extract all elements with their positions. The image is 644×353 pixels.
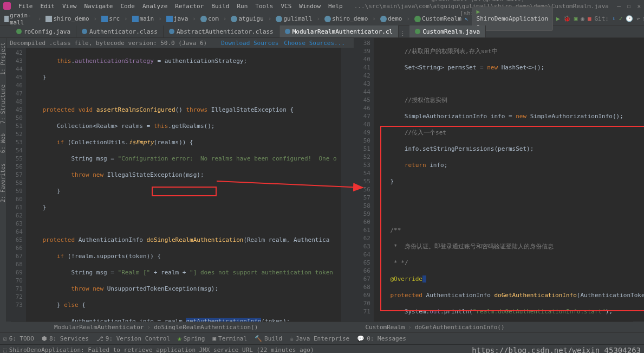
tab-abstractauth[interactable]: AbstractAuthenticator.class	[164, 25, 279, 37]
tool-terminal[interactable]: ▣Terminal	[212, 335, 247, 342]
breadcrumb-module[interactable]: shiro_demo	[43, 15, 91, 22]
main-menu: File Edit View Navigate Code Analyze Ref…	[15, 2, 346, 11]
ide-logo-icon	[3, 2, 11, 10]
minimap-left[interactable]	[341, 48, 354, 322]
class-icon	[415, 29, 420, 34]
tool-todo[interactable]: ☑6: TODO	[3, 335, 34, 342]
code-area-left[interactable]: 42434445 46474849 50515253 54555657 5859…	[6, 48, 354, 322]
tool-favorites[interactable]: 2: Favorites	[0, 161, 6, 204]
package-icon	[231, 16, 237, 22]
source-right[interactable]: //获取用户的权限列表,存入set中 Set<String> permsSet …	[374, 38, 644, 322]
class-icon	[82, 29, 87, 34]
decompiled-banner: Decompiled .class file, bytecode version…	[6, 38, 354, 48]
breadcrumb-method[interactable]: doSingleRealmAuthentication()	[154, 324, 258, 331]
menu-window[interactable]: Window	[296, 2, 324, 11]
menu-file[interactable]: File	[15, 2, 36, 11]
breadcrumb-method[interactable]: doGetAuthenticationInfo()	[415, 324, 505, 331]
services-icon: ⬢	[42, 335, 47, 342]
back-icon[interactable]: ↖	[465, 15, 469, 22]
tool-spring[interactable]: ❀Spring	[178, 335, 205, 342]
class-icon	[16, 29, 22, 34]
folder-icon	[101, 16, 108, 22]
choose-sources-link[interactable]: Choose Sources...	[284, 40, 345, 47]
editor-breadcrumb-left: ModularRealmAuthenticator›doSingleRealmA…	[11, 322, 322, 332]
folder-icon	[45, 16, 52, 22]
terminal-icon: ▣	[212, 335, 216, 342]
status-message: ShiroDemoApplication: Failed to retrieve…	[9, 346, 314, 353]
folder-icon	[166, 16, 173, 22]
tool-version-control[interactable]: ⎇9: Version Control	[96, 335, 170, 342]
tab-roconfig[interactable]: roConfig.java	[11, 25, 76, 37]
tool-project[interactable]: 1: Project	[0, 40, 6, 77]
todo-icon: ☑	[3, 335, 7, 342]
build-icon: 🔨	[255, 335, 262, 342]
class-icon	[414, 16, 421, 22]
breadcrumb-class[interactable]: CustomRealm	[412, 15, 464, 22]
watermark: https://blog.csdn.net/weixin_45304263	[472, 346, 641, 354]
vcs-commit-icon[interactable]: ✓	[619, 15, 623, 22]
editor-breadcrumb-right: CustomRealm›doGetAuthenticationInfo()	[322, 322, 634, 332]
package-icon	[380, 16, 387, 22]
breadcrumb-pkg[interactable]: com	[198, 15, 221, 22]
menu-tools[interactable]: Tools	[252, 2, 276, 11]
jee-icon: ☕	[290, 335, 294, 342]
tool-build[interactable]: 🔨Build	[255, 335, 282, 342]
folder-icon	[132, 16, 139, 22]
split-editor: Decompiled .class file, bytecode version…	[6, 38, 644, 322]
breadcrumb-src[interactable]: src	[99, 15, 122, 22]
tool-services[interactable]: ⬢8: Services	[42, 335, 89, 342]
menu-edit[interactable]: Edit	[37, 2, 58, 11]
tool-messages[interactable]: 💬0: Messages	[357, 335, 406, 342]
run-icon[interactable]: ▶	[556, 15, 560, 22]
tool-web[interactable]: 6: Web	[0, 131, 6, 155]
breadcrumb-java[interactable]: java	[164, 15, 191, 22]
download-sources-link[interactable]: Download Sources	[221, 40, 278, 47]
folder-icon	[4, 16, 9, 22]
menu-build[interactable]: Build	[208, 2, 232, 11]
vcs-revert-icon[interactable]: ↶	[636, 15, 640, 22]
breadcrumb-main[interactable]: main	[130, 15, 157, 22]
gutter-right: 38394041 42434445 46474849 50515253 5455…	[354, 38, 374, 322]
coverage-icon[interactable]: ▣	[574, 15, 578, 22]
menu-analyze[interactable]: Analyze	[139, 2, 171, 11]
vcs-icon: ⎇	[96, 335, 103, 342]
breadcrumb-pkg[interactable]: atguigu	[229, 15, 265, 22]
code-area-right[interactable]: 38394041 42434445 46474849 50515253 5455…	[354, 38, 644, 322]
menu-help[interactable]: Help	[325, 2, 346, 11]
stop-icon[interactable]: ■	[588, 15, 591, 22]
main-area: 1: Project 7: Structure 6: Web 2: Favori…	[0, 38, 644, 322]
breadcrumb-root[interactable]: grain-mall	[2, 12, 36, 26]
menu-refactor[interactable]: Refactor	[172, 2, 207, 11]
breadcrumb-pkg[interactable]: demo	[378, 15, 405, 22]
breadcrumb-class[interactable]: CustomRealm	[366, 324, 405, 331]
breadcrumb-pkg[interactable]: shiro_demo	[322, 15, 370, 22]
profile-icon[interactable]: ◉	[581, 15, 584, 22]
menu-code[interactable]: Code	[117, 2, 138, 11]
vcs-history-icon[interactable]: 🕑	[626, 15, 633, 22]
tool-java-enterprise[interactable]: ☕Java Enterprise	[290, 335, 349, 342]
tool-structure[interactable]: 7: Structure	[0, 82, 6, 126]
status-bar: ⬚ ShiroDemoApplication: Failed to retrie…	[0, 344, 644, 353]
left-tool-sidebar: 1: Project 7: Structure 6: Web 2: Favori…	[0, 38, 6, 322]
menu-view[interactable]: View	[59, 2, 80, 11]
menu-run[interactable]: Run	[233, 2, 251, 11]
menu-vcs[interactable]: VCS	[277, 2, 295, 11]
class-icon	[285, 29, 290, 34]
status-icon: ⬚	[3, 346, 7, 353]
bottom-tool-bar: ☑6: TODO ⬢8: Services ⎇9: Version Contro…	[0, 332, 644, 344]
tab-modularrealm[interactable]: ModularRealmAuthenticator.cl	[279, 25, 399, 37]
class-icon	[169, 29, 174, 34]
editor-pane-right: 38394041 42434445 46474849 50515253 5455…	[354, 38, 644, 322]
tab-dropdown-icon[interactable]: ⋮	[399, 30, 406, 37]
breadcrumb-pkg[interactable]: gulimall	[274, 15, 314, 22]
debug-icon[interactable]: 🐞	[563, 15, 571, 22]
tab-customrealm[interactable]: CustomRealm.java	[409, 25, 486, 37]
git-label: Git:	[595, 15, 609, 22]
messages-icon: 💬	[357, 335, 365, 342]
vcs-update-icon[interactable]: ⬇	[612, 15, 616, 22]
package-icon	[324, 16, 331, 22]
source-left[interactable]: this.authenticationStrategy = authentica…	[26, 48, 341, 322]
breadcrumb-class[interactable]: ModularRealmAuthenticator	[54, 324, 144, 331]
tab-authenticator[interactable]: Authenticator.class	[76, 25, 164, 37]
menu-navigate[interactable]: Navigate	[81, 2, 116, 11]
